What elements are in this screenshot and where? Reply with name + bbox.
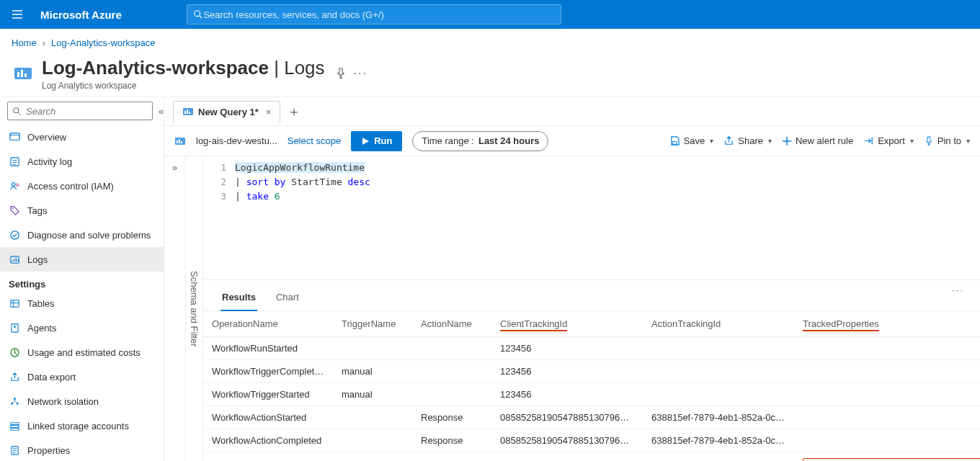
share-label: Share (738, 135, 763, 146)
query-tab[interactable]: New Query 1* × (173, 101, 280, 122)
query-toolbar: log-ais-dev-westu... Select scope Run Ti… (164, 126, 980, 156)
results-more-icon[interactable]: ··· (952, 285, 964, 295)
sidebar-item-tags[interactable]: Tags (0, 198, 164, 223)
expand-icon[interactable]: » (172, 162, 177, 461)
column-header[interactable]: TrackedProperties (794, 311, 980, 337)
column-header[interactable]: ActionTrackingId (643, 311, 794, 337)
sidebar-label: Data export (27, 372, 76, 382)
svg-rect-34 (672, 141, 677, 144)
tab-results[interactable]: Results (220, 287, 257, 311)
new-alert-button[interactable]: New alert rule (782, 135, 853, 146)
global-search-input[interactable] (203, 9, 555, 20)
column-header[interactable]: TriggerName (333, 311, 412, 337)
overview-icon (9, 131, 20, 143)
sidebar-label: Diagnose and solve problems (27, 230, 151, 241)
table-cell (643, 337, 794, 360)
sidebar-item-linked-storage[interactable]: Linked storage accounts (0, 413, 164, 438)
run-label: Run (374, 135, 392, 146)
table-row[interactable]: WorkflowActionCompletedHTTP0858525819054… (203, 452, 980, 462)
menu-button[interactable] (0, 8, 35, 21)
sidebar-label: Tables (27, 298, 55, 309)
table-row[interactable]: WorkflowActionCompletedResponse085852581… (203, 429, 980, 452)
schema-filter-rail[interactable]: Schema and Filter (186, 156, 203, 461)
tab-chart[interactable]: Chart (275, 287, 300, 310)
breadcrumb-current[interactable]: Log-Analytics-workspace (51, 37, 156, 48)
agents-icon (9, 322, 20, 334)
svg-point-11 (10, 230, 18, 238)
column-header[interactable]: ClientTrackingId (491, 311, 643, 337)
collapse-sidebar-icon[interactable]: « (159, 106, 164, 117)
svg-rect-31 (177, 140, 178, 143)
chevron-down-icon: ▾ (910, 137, 914, 145)
sidebar-item-network-isolation[interactable]: Network isolation (0, 389, 164, 413)
export-icon (863, 135, 874, 146)
table-cell (412, 337, 491, 360)
sidebar-item-tables[interactable]: Tables (0, 291, 164, 315)
sidebar-item-properties[interactable]: Properties (0, 438, 164, 461)
share-icon (723, 135, 734, 146)
add-tab-button[interactable]: ＋ (288, 103, 300, 120)
table-row[interactable]: WorkflowTriggerCompletedmanual123456 (203, 360, 980, 383)
pin-button[interactable]: Pin to▾ (924, 135, 970, 146)
save-button[interactable]: Save▾ (669, 135, 714, 146)
results-grid[interactable]: OperationNameTriggerNameActionNameClient… (203, 311, 980, 461)
sidebar-item-access-control[interactable]: Access control (IAM) (0, 174, 164, 198)
brand-label: Microsoft Azure (40, 9, 122, 21)
breadcrumb: Home › Log-Analytics-workspace (0, 29, 980, 56)
content-pane: New Query 1* × ＋ log-ais-dev-westu... Se… (164, 97, 980, 461)
table-cell: HTTP (412, 452, 491, 462)
breadcrumb-home[interactable]: Home (12, 37, 37, 48)
svg-point-0 (195, 11, 200, 17)
table-row[interactable]: WorkflowActionStartedResponse08585258190… (203, 406, 980, 429)
topbar: Microsoft Azure (0, 0, 980, 29)
table-cell: manual (333, 360, 412, 383)
table-row[interactable]: WorkflowTriggerStartedmanual123456 (203, 383, 980, 406)
table-cell: WorkflowActionCompleted (203, 429, 333, 452)
close-icon[interactable]: × (266, 107, 272, 117)
column-header[interactable]: OperationName (203, 311, 333, 337)
select-scope-link[interactable]: Select scope (288, 135, 341, 146)
sidebar-search[interactable] (7, 102, 153, 120)
table-cell (333, 452, 412, 462)
global-search[interactable] (187, 4, 561, 24)
table-cell: Response (412, 406, 491, 429)
usage-icon (9, 346, 20, 358)
table-cell: 638815ef-7879-4eb1-852a-0cd4e2... (643, 406, 794, 429)
page-header: Log-Analytics-workspace | Logs Log Analy… (0, 56, 980, 97)
sidebar-item-activity-log[interactable]: Activity log (0, 149, 164, 174)
title-section: Logs (284, 57, 324, 79)
table-row[interactable]: WorkflowRunStarted123456 (203, 337, 980, 360)
table-cell: 123456 (491, 337, 643, 360)
more-icon[interactable]: ··· (354, 67, 368, 80)
svg-rect-27 (184, 111, 186, 114)
share-button[interactable]: Share▾ (723, 135, 772, 146)
timerange-picker[interactable]: Time range : Last 24 hours (412, 131, 548, 151)
svg-rect-33 (181, 141, 182, 143)
sidebar-item-diagnose[interactable]: Diagnose and solve problems (0, 223, 164, 247)
sidebar-item-agents[interactable]: Agents (0, 315, 164, 340)
sidebar-search-input[interactable] (26, 106, 148, 117)
run-button[interactable]: Run (351, 131, 402, 151)
sidebar-item-logs[interactable]: Logs (0, 247, 164, 272)
title-resource: Log-Analytics-workspace (42, 57, 269, 79)
tables-icon (9, 297, 20, 309)
sidebar-item-usage[interactable]: Usage and estimated costs (0, 340, 164, 364)
activitylog-icon (9, 156, 20, 167)
table-cell: WorkflowActionStarted (203, 406, 333, 429)
sidebar-item-overview[interactable]: Overview (0, 125, 164, 149)
table-cell: {"MyCustomTrackedProperty1":"TrackedValu… (794, 452, 980, 462)
logs-icon (9, 254, 20, 265)
sidebar-item-data-export[interactable]: Data export (0, 364, 164, 389)
table-cell: WorkflowActionCompleted (203, 452, 333, 462)
query-editor[interactable]: 1LogicAppWorkflowRuntime2| sort by Start… (203, 156, 980, 280)
results-tabstrip: Results Chart (203, 280, 980, 311)
breadcrumb-sep: › (43, 37, 45, 48)
column-header[interactable]: ActionName (412, 311, 491, 337)
sidebar-label: Linked storage accounts (27, 421, 129, 431)
export-button[interactable]: Export▾ (863, 135, 914, 146)
table-cell: 123456 (491, 383, 643, 406)
svg-rect-20 (10, 422, 18, 424)
pin-icon[interactable] (335, 68, 347, 79)
page-title: Log-Analytics-workspace | Logs (42, 57, 325, 79)
scope-name: log-ais-dev-westu... (196, 135, 277, 146)
